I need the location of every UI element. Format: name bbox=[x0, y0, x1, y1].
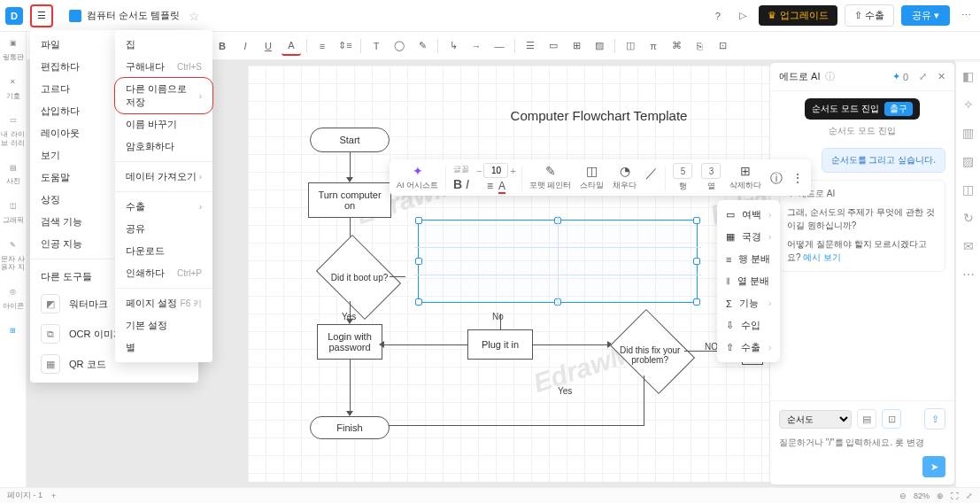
table-icon[interactable]: ⊞ bbox=[567, 36, 586, 56]
rail-grid[interactable]: ⊞ bbox=[5, 322, 21, 340]
ctx-border[interactable]: ▦국경› bbox=[717, 226, 780, 248]
selected-element[interactable] bbox=[418, 220, 698, 303]
file-import[interactable]: 데이터 가져오기› bbox=[115, 166, 212, 188]
fit-icon[interactable]: ⛶ bbox=[951, 491, 959, 500]
font-color-icon[interactable]: A bbox=[282, 36, 301, 56]
ai-info-icon[interactable]: ⓘ bbox=[825, 70, 835, 83]
rr-more-icon[interactable]: ⋯ bbox=[962, 267, 975, 282]
ft-fill[interactable]: ◔채우다 bbox=[611, 164, 638, 191]
underline-icon[interactable]: U bbox=[259, 36, 278, 56]
ft-line[interactable]: ／ bbox=[644, 166, 660, 190]
text-tool-icon[interactable]: T bbox=[367, 36, 386, 56]
ai-minimize-icon[interactable]: ⤢ bbox=[919, 71, 927, 82]
rail-shapes[interactable]: ▣링통판 bbox=[3, 35, 24, 62]
ai-template-icon[interactable]: ⊡ bbox=[882, 409, 901, 429]
rail-text[interactable]: ✎문자 사용자 지 bbox=[0, 237, 26, 272]
attachment-icon[interactable]: ⎘ bbox=[690, 36, 709, 56]
help-icon[interactable]: ? bbox=[709, 7, 727, 25]
rr-layers-icon[interactable]: ◫ bbox=[962, 182, 974, 197]
rr-comments-icon[interactable]: ✉ bbox=[963, 239, 974, 253]
ai-mode-exit[interactable]: 출구 bbox=[884, 102, 913, 116]
node-finish[interactable]: Finish bbox=[310, 416, 390, 439]
zoom-out-icon[interactable]: ⊖ bbox=[899, 491, 907, 500]
ft-align-icon[interactable]: ≡ A bbox=[487, 180, 505, 192]
node-start[interactable]: Start bbox=[310, 128, 390, 152]
arrow-style-icon[interactable]: → bbox=[467, 36, 486, 56]
rr-theme-icon[interactable]: ◧ bbox=[962, 69, 974, 83]
ft-font[interactable]: 글꼴 B I bbox=[451, 164, 471, 191]
file-home[interactable]: 집 bbox=[115, 34, 212, 56]
ft-fontsize-input[interactable] bbox=[483, 163, 508, 178]
chart-icon[interactable]: ◫ bbox=[621, 36, 640, 56]
ft-format-painter[interactable]: ✎포맷 페인터 bbox=[528, 164, 574, 191]
file-print[interactable]: 인쇄하다Ctrl+P bbox=[115, 262, 212, 284]
document-tab[interactable]: 컴퓨터 순서도 템플릿 ☆ bbox=[60, 9, 209, 23]
star-icon[interactable]: ☆ bbox=[189, 9, 200, 23]
share-button[interactable]: 공유 ▾ bbox=[901, 5, 950, 26]
ai-send-button[interactable]: ➤ bbox=[922, 456, 945, 477]
ctx-function[interactable]: Σ기능› bbox=[717, 292, 780, 314]
file-page-setup[interactable]: 페이지 설정F6 키 bbox=[115, 292, 212, 314]
bold-icon[interactable]: B bbox=[212, 36, 232, 56]
ai-example-link[interactable]: 예시 보기 bbox=[803, 252, 841, 262]
upgrade-button[interactable]: ♛ 업그레이드 bbox=[759, 5, 837, 26]
page-tab[interactable]: 페이지 - 1 bbox=[7, 490, 42, 501]
add-page-button[interactable]: + bbox=[51, 491, 56, 500]
pen-icon[interactable]: ✎ bbox=[413, 36, 432, 56]
rr-style-icon[interactable]: ✧ bbox=[963, 97, 974, 112]
ai-prompt-input[interactable] bbox=[779, 437, 945, 447]
ft-more-icon[interactable]: ⋮ bbox=[790, 171, 806, 185]
node-turn-on[interactable]: Turn computer on bbox=[308, 182, 391, 218]
rail-photos[interactable]: ▤사진 bbox=[5, 159, 21, 186]
ft-ai-assist[interactable]: ✦AI 어시스트 bbox=[395, 164, 440, 191]
app-logo[interactable]: D bbox=[5, 7, 23, 25]
rail-symbols[interactable]: ✕기호 bbox=[5, 74, 21, 101]
ft-fontsize-inc[interactable]: + bbox=[510, 166, 515, 176]
ft-delete[interactable]: ⊞삭제하다 bbox=[728, 164, 763, 191]
rr-image-icon[interactable]: ▨ bbox=[962, 154, 974, 168]
ft-style[interactable]: ◫스타일 bbox=[578, 164, 606, 191]
rail-graphics[interactable]: ◫그래픽 bbox=[3, 198, 24, 225]
file-download[interactable]: 다운로드 bbox=[115, 240, 212, 262]
ctx-export[interactable]: ⇧수출› bbox=[717, 337, 780, 359]
link-icon[interactable]: ⌘ bbox=[667, 36, 686, 56]
file-export[interactable]: 수출› bbox=[115, 196, 212, 218]
image-icon[interactable]: ▨ bbox=[590, 36, 609, 56]
rr-history-icon[interactable]: ↻ bbox=[963, 211, 974, 225]
line-spacing-icon[interactable]: ⇕≡ bbox=[336, 36, 355, 56]
file-rename[interactable]: 이름 바꾸기 bbox=[115, 113, 212, 135]
file-save[interactable]: 구해내다Ctrl+S bbox=[115, 56, 212, 78]
formula-icon[interactable]: π bbox=[644, 36, 663, 56]
align-icon[interactable]: ≡ bbox=[313, 36, 332, 56]
component-icon[interactable]: ⊡ bbox=[713, 36, 732, 56]
flowchart-title[interactable]: Computer Flowchart Template bbox=[511, 108, 688, 123]
ctx-col-dist[interactable]: ⫴열 분배 bbox=[717, 270, 780, 292]
export-button[interactable]: ⇧ 수출 bbox=[845, 4, 894, 27]
node-plugin[interactable]: Plug it in bbox=[467, 329, 533, 360]
file-preferences[interactable]: 기본 설정 bbox=[115, 314, 212, 337]
zoom-in-icon[interactable]: ⊕ bbox=[937, 491, 944, 500]
ft-fontsize-dec[interactable]: − bbox=[476, 166, 482, 176]
file-share[interactable]: 공유 bbox=[115, 218, 212, 240]
ai-attach-button[interactable]: ⇪ bbox=[924, 408, 945, 429]
play-icon[interactable]: ▷ bbox=[734, 7, 752, 25]
node-fix-decision[interactable]: Did this fix your problem? bbox=[610, 309, 695, 394]
rr-page-icon[interactable]: ▥ bbox=[962, 126, 974, 140]
ai-close-icon[interactable]: ✕ bbox=[938, 71, 945, 82]
ft-info-icon[interactable]: ⓘ bbox=[768, 171, 784, 185]
ctx-import[interactable]: ⇩수입 bbox=[717, 314, 780, 337]
file-star[interactable]: 별 bbox=[115, 337, 212, 359]
italic-icon[interactable]: I bbox=[235, 36, 255, 56]
ai-insert-icon[interactable]: ▤ bbox=[857, 409, 876, 429]
rail-library[interactable]: ▭내 라이브 러리 bbox=[0, 112, 26, 147]
rail-icons[interactable]: ◎아이콘 bbox=[3, 284, 24, 311]
node-boot-decision[interactable]: Did it boot up? bbox=[316, 235, 401, 320]
fullscreen-icon[interactable]: ⤢ bbox=[966, 491, 973, 500]
file-encrypt[interactable]: 암호화하다 bbox=[115, 135, 212, 158]
file-save-as[interactable]: 다른 이름으로 저장› bbox=[115, 78, 212, 113]
more-icon[interactable]: ⋯ bbox=[957, 7, 975, 25]
main-menu-button[interactable]: ☰ bbox=[30, 4, 53, 27]
ai-type-select[interactable]: 순서도 bbox=[779, 410, 852, 429]
container-icon[interactable]: ▭ bbox=[544, 36, 563, 56]
shape-icon[interactable]: ◯ bbox=[390, 36, 409, 56]
